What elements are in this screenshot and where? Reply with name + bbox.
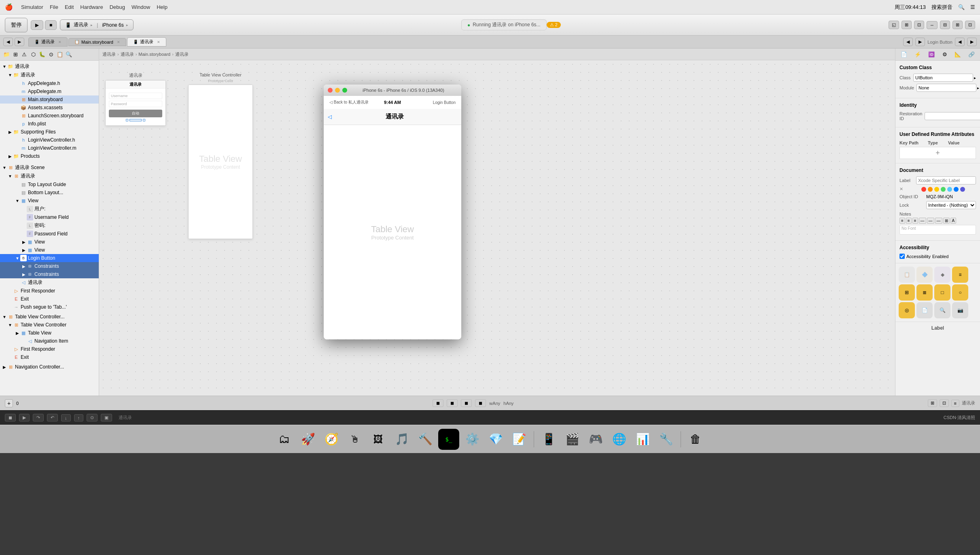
breadcrumb-storyboard[interactable]: Main.storyboard [138,52,170,57]
tree-navcontroller-scene[interactable]: ▶ ⊞ Navigation Controller... [0,363,99,371]
obj-icon-3[interactable]: ◆ [934,267,950,283]
tree-username-label[interactable]: L 用户: [0,205,99,213]
sim-back-button[interactable]: ◁ [328,114,332,120]
inspector-tab-file[interactable]: 📄 [901,51,907,57]
view-toggle-5[interactable]: ⊟ [940,21,950,29]
view-toggle-7[interactable]: ⊡ [965,21,975,29]
debug-btn-1[interactable]: ◼ [5,414,16,422]
inspector-tab-connections[interactable]: 🔗 [968,51,975,57]
issue-nav-icon[interactable]: ⚠ [21,51,28,58]
dock-launchpad[interactable]: 🚀 [297,429,318,450]
tree-view-sub1[interactable]: ▶ ▦ View [0,238,99,246]
dock-sketch[interactable]: 💎 [485,429,506,450]
tree-tablevc[interactable]: ▼ ⊞ Table View Controller [0,321,99,329]
color-dot-green[interactable] [941,187,946,192]
obj-icon-grid[interactable]: ⊞ [899,284,915,301]
dock-music[interactable]: 🎵 [391,429,412,450]
tree-appdelegate-h[interactable]: h AppDelegate.h [0,79,99,87]
tree-products[interactable]: ▶ 📁 Products [0,152,99,160]
breakpoint-nav-icon[interactable]: ⊙ [48,51,54,58]
menu-hardware[interactable]: Hardware [80,4,103,10]
view-toggle-3[interactable]: ⊡ [914,21,924,29]
tree-appdelegate-m[interactable]: m AppDelegate.m [0,87,99,95]
color-dot-yellow[interactable] [934,187,939,192]
debug-btn-3[interactable]: ↷ [33,414,44,422]
dock-finder[interactable]: 🗂 [274,429,295,450]
dock-xcode[interactable]: 🔨 [415,429,436,450]
obj-icon-cam[interactable]: 📷 [952,302,968,318]
obj-icon-search[interactable]: 🔍 [934,302,950,318]
warning-badge[interactable]: ⚠ 2 [547,22,561,28]
tree-password-field[interactable]: F Password Field [0,230,99,238]
view-control-3[interactable]: ≡ [951,400,959,407]
apple-menu[interactable]: 🍎 [5,3,13,11]
restoration-input[interactable] [925,112,980,120]
tree-tongxunlu-group[interactable]: ▼ 📁 通讯录 [0,71,99,79]
test-nav-icon[interactable]: ⬡ [30,51,36,58]
tree-infoplist[interactable]: p Info.plist [0,120,99,128]
obj-icon-box[interactable]: □ [934,284,950,301]
nav-forward-button[interactable]: ▶ [15,38,24,46]
class-arrow-icon[interactable]: ▸ [974,76,976,80]
menu-simulator[interactable]: Simulator [21,4,43,10]
notes-btn-4[interactable]: ― [919,218,926,224]
minimize-button[interactable] [335,88,340,93]
tree-launchscreen[interactable]: ⊞ LaunchScreen.storyboard [0,112,99,120]
view-toggle-4[interactable]: ↔ [927,21,938,29]
module-arrow-icon[interactable]: ▸ [977,86,979,90]
debug-btn-8[interactable]: ▣ [101,414,112,422]
debug-control-4[interactable]: ◼ [475,399,486,407]
inspector-tab-identity[interactable]: 🆔 [928,51,935,57]
tree-constraints-2[interactable]: ▶ ⊟ Constraints [0,270,99,278]
tab-nav-3[interactable]: ◀ [955,38,965,46]
add-item-button[interactable]: + [5,399,13,407]
view-toggle-1[interactable]: ◱ [889,21,899,29]
dock-app6[interactable]: 🔧 [655,429,677,450]
tree-view-main[interactable]: ▼ ▦ View [0,197,99,205]
notes-btn-2[interactable]: ≡ [906,218,912,224]
tree-top-layout[interactable]: ▤ Top Layout Guide [0,180,99,189]
tab-nav-4[interactable]: ▶ [967,38,977,46]
notes-btn-1[interactable]: ≡ [899,218,905,224]
menu-input-method[interactable]: 搜索拼音 [931,4,952,11]
tree-password-label[interactable]: L 密码: [0,221,99,230]
dock-terminal[interactable]: $_ [438,429,459,450]
notes-btn-7[interactable]: ⊞ [943,218,950,224]
dock-notes[interactable]: 📝 [509,429,530,450]
handle-tl[interactable] [126,119,128,121]
debug-nav-icon[interactable]: 🐛 [39,51,45,58]
search-nav-icon[interactable]: 🔍 [66,51,72,58]
obj-icon-1[interactable]: 📋 [899,267,915,283]
menu-help[interactable]: Help [157,4,168,10]
breadcrumb-group[interactable]: 通讯录 [121,51,134,57]
tree-navigation-item[interactable]: ◁ Navigation Item [0,337,99,345]
breadcrumb-project[interactable]: 通讯录 [102,51,116,57]
obj-icon-ring[interactable]: ◎ [899,302,915,318]
dock-safari[interactable]: 🧭 [321,429,342,450]
tree-first-responder-1[interactable]: ▷ First Responder [0,287,99,295]
tab-tongxunlu-2[interactable]: 📱 通讯录 ✕ [127,37,166,47]
obj-icon-label[interactable]: ≡ [952,267,968,283]
view-control-2[interactable]: ⊡ [940,399,949,407]
status-back[interactable]: ◁ Back to 私人通讯录 [329,100,384,105]
tree-tablevc-scene[interactable]: ▼ ⊞ Table View Controller... [0,313,99,321]
debug-control-3[interactable]: ◼ [461,399,472,407]
dock-app5[interactable]: 📊 [632,429,653,450]
stop-button[interactable]: ■ [45,20,57,30]
source-nav-icon[interactable]: ⊞ [12,51,19,58]
tree-exit-2[interactable]: E Exit [0,353,99,361]
tree-first-responder-2[interactable]: ▷ First Responder [0,345,99,353]
tree-assets[interactable]: 📦 Assets.xcassets [0,104,99,112]
tab-mainstoryboard[interactable]: 📋 Main.storyboard ✕ [68,38,126,46]
obj-icon-list[interactable]: ≣ [916,284,933,301]
menu-spotlight[interactable]: 🔍 [958,4,965,10]
scheme-selector[interactable]: 📱 通讯录 ▸ | iPhone 6s ▸ [60,19,134,30]
inspector-tab-attributes[interactable]: ⚙ [942,51,947,57]
class-input[interactable] [913,74,973,82]
module-input[interactable] [916,84,976,92]
tree-tongxunlu-back[interactable]: ◁ 通讯录 [0,278,99,287]
color-dot-red[interactable] [921,187,926,192]
debug-btn-5[interactable]: ↓ [61,414,71,422]
menu-file[interactable]: File [50,4,58,10]
tree-tongxunlu-scene[interactable]: ▼ ⊞ 通讯录 Scene [0,163,99,172]
